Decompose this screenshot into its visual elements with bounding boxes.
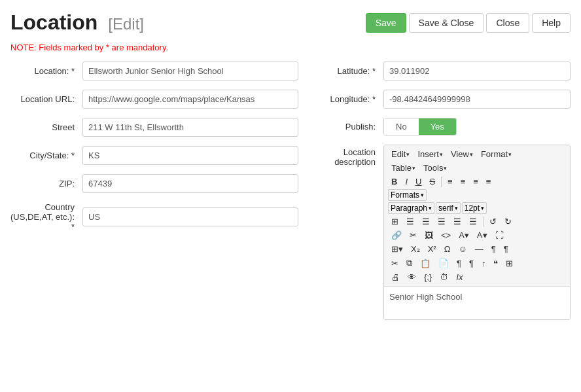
- paragraph-dropdown[interactable]: Paragraph ▾: [388, 202, 434, 214]
- latitude-input[interactable]: [383, 62, 571, 80]
- street-label: Street: [10, 122, 82, 132]
- zip-row: ZIP:: [10, 174, 298, 193]
- url-input[interactable]: [82, 90, 298, 109]
- align-center-button[interactable]: ≡: [457, 175, 469, 188]
- format-menu[interactable]: Format ▾: [478, 148, 515, 160]
- left-column: Location: * Location URL: Street City/St…: [10, 62, 298, 329]
- url-row: Location URL:: [10, 90, 298, 109]
- publish-toggle: No Yes: [383, 118, 457, 135]
- special-char-button[interactable]: Ω: [441, 243, 454, 255]
- page-header: Location [Edit] Save Save & Close Close …: [10, 10, 571, 35]
- code-button[interactable]: <>: [438, 229, 454, 241]
- right-column: Latitude: * Longitude: * Publish: No Yes…: [318, 62, 571, 329]
- fullscreen-button[interactable]: ⛶: [492, 229, 507, 241]
- preview-button[interactable]: 👁: [404, 271, 419, 283]
- description-row: Location description Edit ▾ Insert ▾ Vie…: [318, 145, 571, 320]
- toolbar-row-9: ✂ ⧉ 📋 📄 ¶ ¶ ↑ ❝ ⊞: [388, 257, 566, 270]
- url-label: Location URL:: [10, 94, 82, 104]
- superscript-button[interactable]: X²: [425, 243, 440, 255]
- list2-button[interactable]: ☰: [434, 215, 449, 228]
- location-label: Location: *: [10, 66, 82, 76]
- country-input[interactable]: [82, 207, 298, 226]
- showblocks-button[interactable]: ¶: [453, 257, 465, 270]
- editor-wrapper: Edit ▾ Insert ▾ View ▾ Format ▾ Table ▾ …: [383, 145, 571, 320]
- rtl-button[interactable]: ¶: [501, 243, 512, 255]
- italic-button[interactable]: I: [402, 175, 411, 188]
- help-button[interactable]: Help: [532, 13, 571, 33]
- desc-label: Location description: [318, 145, 383, 167]
- location-input[interactable]: [82, 62, 298, 80]
- timer-button[interactable]: ⏱: [436, 271, 451, 283]
- zip-input[interactable]: [82, 174, 298, 193]
- close-button[interactable]: Close: [486, 13, 529, 33]
- edit-label: [Edit]: [108, 15, 144, 33]
- table3-button[interactable]: ⊞: [502, 257, 516, 270]
- table2-button[interactable]: ⊞▾: [388, 243, 406, 255]
- copy-button[interactable]: ⧉: [403, 257, 415, 270]
- underline-button[interactable]: U: [412, 175, 425, 188]
- undo-button[interactable]: ↺: [486, 215, 500, 228]
- city-row: City/State: *: [10, 146, 298, 165]
- mandatory-note: NOTE: Fields marked by * are mandatory.: [10, 43, 571, 52]
- unordered-list-button[interactable]: ☰: [403, 215, 417, 228]
- bold-button[interactable]: B: [388, 175, 400, 188]
- cut-button[interactable]: ✂: [388, 257, 402, 270]
- size-dropdown[interactable]: 12pt ▾: [462, 202, 487, 214]
- outdent-button[interactable]: ⊞: [388, 215, 402, 228]
- source-button[interactable]: {;}: [421, 271, 435, 283]
- toolbar-row-4: Formats ▾: [388, 189, 566, 201]
- editor-content[interactable]: Senior High School: [384, 287, 570, 319]
- sep2: [483, 217, 484, 227]
- table-menu[interactable]: Table ▾: [388, 162, 419, 174]
- country-row: Country (US,DE,AT, etc.): *: [10, 202, 298, 232]
- publish-label: Publish:: [318, 122, 383, 132]
- subscript-button[interactable]: X₂: [408, 243, 423, 255]
- formats-dropdown[interactable]: Formats ▾: [388, 189, 427, 201]
- save-button[interactable]: Save: [366, 13, 406, 33]
- emoticon-button[interactable]: ☺: [455, 243, 470, 255]
- city-input[interactable]: [82, 146, 298, 165]
- font-dropdown[interactable]: serif ▾: [436, 202, 461, 214]
- toolbar-row-2: Table ▾ Tools ▾: [388, 162, 566, 174]
- pastetext-button[interactable]: 📄: [435, 257, 452, 270]
- ordered-list-button[interactable]: ☰: [419, 215, 433, 228]
- list3-button[interactable]: ☰: [450, 215, 465, 228]
- showblocks2-button[interactable]: ¶: [466, 257, 477, 270]
- hr-button[interactable]: —: [472, 243, 487, 255]
- print-button[interactable]: 🖨: [388, 271, 403, 283]
- longitude-input[interactable]: [383, 90, 571, 109]
- upload-button[interactable]: ↑: [478, 257, 489, 270]
- latitude-label: Latitude: *: [318, 66, 383, 76]
- city-label: City/State: *: [10, 151, 82, 160]
- page-title: Location: [10, 10, 97, 35]
- paste-button[interactable]: 📋: [417, 257, 434, 270]
- list4-button[interactable]: ☰: [466, 215, 480, 228]
- align-left-button[interactable]: ≡: [444, 175, 456, 188]
- unlink-button[interactable]: ✂: [406, 229, 420, 241]
- street-input[interactable]: [82, 118, 298, 137]
- strikethrough-button[interactable]: S: [426, 175, 438, 188]
- align-right-button[interactable]: ≡: [470, 175, 482, 188]
- highlight-button[interactable]: A▾: [474, 229, 491, 241]
- toolbar-row-5: Paragraph ▾ serif ▾ 12pt ▾: [388, 202, 566, 214]
- link-button[interactable]: 🔗: [388, 229, 405, 241]
- edit-menu[interactable]: Edit ▾: [388, 148, 413, 160]
- publish-no-button[interactable]: No: [384, 118, 419, 135]
- view-menu[interactable]: View ▾: [448, 148, 476, 160]
- tools-menu[interactable]: Tools ▾: [420, 162, 450, 174]
- blockquote-button[interactable]: ❝: [490, 257, 501, 270]
- save-close-button[interactable]: Save & Close: [409, 13, 484, 33]
- align-justify-button[interactable]: ≡: [483, 175, 495, 188]
- clearformat-button[interactable]: Ix: [453, 271, 466, 283]
- ltr-button[interactable]: ¶: [488, 243, 499, 255]
- toolbar-row-1: Edit ▾ Insert ▾ View ▾ Format ▾: [388, 148, 566, 160]
- latitude-row: Latitude: *: [318, 62, 571, 80]
- header-buttons: Save Save & Close Close Help: [366, 13, 571, 33]
- location-row: Location: *: [10, 62, 298, 80]
- fontcolor-button[interactable]: A▾: [455, 229, 472, 241]
- image-button[interactable]: 🖼: [421, 229, 436, 241]
- insert-menu[interactable]: Insert ▾: [414, 148, 446, 160]
- form-layout: Location: * Location URL: Street City/St…: [10, 62, 571, 329]
- redo-button[interactable]: ↻: [501, 215, 515, 228]
- publish-yes-button[interactable]: Yes: [419, 118, 456, 135]
